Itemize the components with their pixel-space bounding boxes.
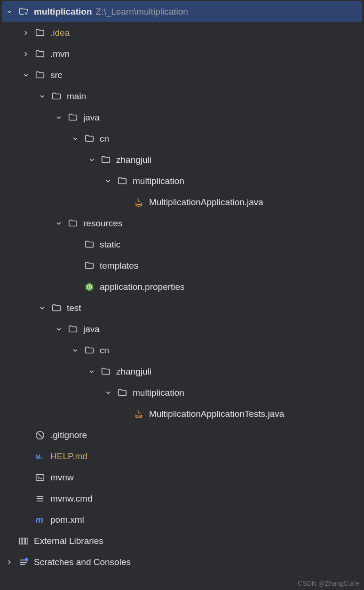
tree-item-label: main [67, 91, 86, 102]
tree-item-pom-xml[interactable]: pom.xml [0, 509, 364, 530]
chevron-right-icon [20, 27, 32, 39]
tree-item-templates[interactable]: templates [0, 255, 364, 276]
chevron-down-icon [86, 154, 97, 166]
chevron-down-icon [53, 112, 64, 123]
tree-item-label: cn [100, 345, 109, 356]
tree-item-java-test[interactable]: java [0, 319, 364, 340]
tree-item-static[interactable]: static [0, 234, 364, 255]
tree-item-mvnw[interactable]: mvnw [0, 467, 364, 488]
tree-item-idea[interactable]: .idea [0, 22, 364, 43]
tree-item-gitignore[interactable]: .gitignore [0, 424, 364, 446]
tree-item-test-java[interactable]: MultiplicationApplicationTests.java [0, 403, 364, 424]
folder-icon [34, 70, 46, 81]
tree-item-label: pom.xml [50, 515, 84, 525]
tree-item-zhangjuli-test[interactable]: zhangjuli [0, 361, 364, 382]
folder-icon [67, 324, 79, 335]
spring-icon [84, 281, 95, 293]
folder-icon [34, 48, 46, 60]
tree-item-app-properties[interactable]: application.properties [0, 276, 364, 297]
folder-icon [117, 175, 128, 187]
text-file-icon [34, 493, 46, 504]
tree-item-root[interactable]: multiplication Z:\_Learn\multiplication [2, 1, 362, 22]
tree-item-label: Scratches and Consoles [34, 557, 131, 567]
folder-icon [67, 218, 79, 229]
tree-item-resources[interactable]: resources [0, 213, 364, 234]
java-file-icon [133, 197, 144, 208]
chevron-right-icon [4, 557, 15, 568]
tree-item-path: Z:\_Learn\multiplication [96, 7, 188, 17]
java-file-icon [133, 408, 144, 420]
chevron-down-icon [4, 6, 15, 17]
watermark: CSDN @ZhangCurie [298, 580, 359, 587]
folder-icon [51, 303, 62, 314]
tree-item-label: test [67, 303, 81, 313]
chevron-right-icon [20, 48, 32, 60]
tree-item-mvnw-cmd[interactable]: mvnw.cmd [0, 488, 364, 509]
tree-item-cn-test[interactable]: cn [0, 340, 364, 361]
chevron-down-icon [53, 218, 64, 229]
tree-item-src[interactable]: src [0, 64, 364, 86]
folder-icon [34, 27, 46, 39]
tree-item-java-main[interactable]: java [0, 107, 364, 128]
tree-item-label: cn [100, 134, 109, 144]
tree-item-label: .gitignore [50, 430, 87, 440]
maven-icon [34, 514, 46, 526]
tree-item-label: java [83, 324, 100, 335]
tree-item-label: HELP.md [50, 451, 87, 462]
tree-item-label: .idea [50, 28, 70, 38]
chevron-down-icon [37, 303, 48, 314]
tree-item-test[interactable]: test [0, 297, 364, 319]
chevron-down-icon [86, 366, 97, 377]
folder-icon [100, 154, 111, 166]
chevron-down-icon [70, 345, 81, 356]
folder-icon [84, 260, 95, 271]
tree-item-cn-main[interactable]: cn [0, 128, 364, 149]
folder-icon [84, 345, 95, 356]
folder-icon [117, 387, 128, 399]
module-folder-icon [18, 6, 29, 17]
tree-item-label: mvnw [50, 472, 74, 483]
tree-item-label: java [83, 112, 100, 123]
tree-item-label: resources [83, 218, 122, 229]
chevron-down-icon [37, 91, 48, 102]
shell-icon [34, 472, 46, 483]
tree-item-main[interactable]: main [0, 86, 364, 107]
tree-item-multiplication-test[interactable]: multiplication [0, 382, 364, 403]
chevron-down-icon [103, 175, 114, 187]
tree-item-label: templates [100, 261, 138, 271]
tree-item-label: MultiplicationApplicationTests.java [149, 409, 284, 419]
tree-item-app-java[interactable]: MultiplicationApplication.java [0, 191, 364, 213]
tree-item-label: multiplication [34, 7, 92, 17]
scratch-icon [18, 557, 29, 568]
chevron-down-icon [20, 70, 32, 81]
tree-item-label: application.properties [100, 282, 185, 292]
tree-item-label: static [100, 239, 120, 250]
folder-icon [84, 239, 95, 250]
tree-item-label: External Libraries [34, 536, 103, 546]
folder-icon [67, 112, 79, 123]
tree-item-multiplication-main[interactable]: multiplication [0, 170, 364, 191]
tree-item-zhangjuli-main[interactable]: zhangjuli [0, 149, 364, 170]
chevron-down-icon [53, 324, 64, 335]
tree-item-help-md[interactable]: HELP.md [0, 446, 364, 467]
chevron-down-icon [70, 133, 81, 144]
tree-item-external-libraries[interactable]: External Libraries [0, 530, 364, 551]
tree-item-label: multiplication [133, 176, 184, 186]
tree-item-label: zhangjuli [116, 155, 151, 165]
tree-item-label: .mvn [50, 49, 70, 59]
markdown-icon [34, 451, 46, 462]
tree-item-label: mvnw.cmd [50, 494, 93, 504]
ignore-icon [34, 430, 46, 441]
chevron-down-icon [103, 387, 114, 399]
folder-icon [100, 366, 111, 377]
tree-item-scratches[interactable]: Scratches and Consoles [0, 551, 364, 573]
tree-item-label: src [50, 70, 62, 80]
tree-item-label: MultiplicationApplication.java [149, 197, 263, 207]
library-icon [18, 535, 29, 547]
tree-item-label: multiplication [133, 388, 184, 398]
tree-item-label: zhangjuli [116, 367, 151, 377]
folder-icon [51, 91, 62, 102]
tree-item-mvn[interactable]: .mvn [0, 43, 364, 64]
folder-icon [84, 133, 95, 144]
project-tree: multiplication Z:\_Learn\multiplication … [0, 0, 364, 574]
